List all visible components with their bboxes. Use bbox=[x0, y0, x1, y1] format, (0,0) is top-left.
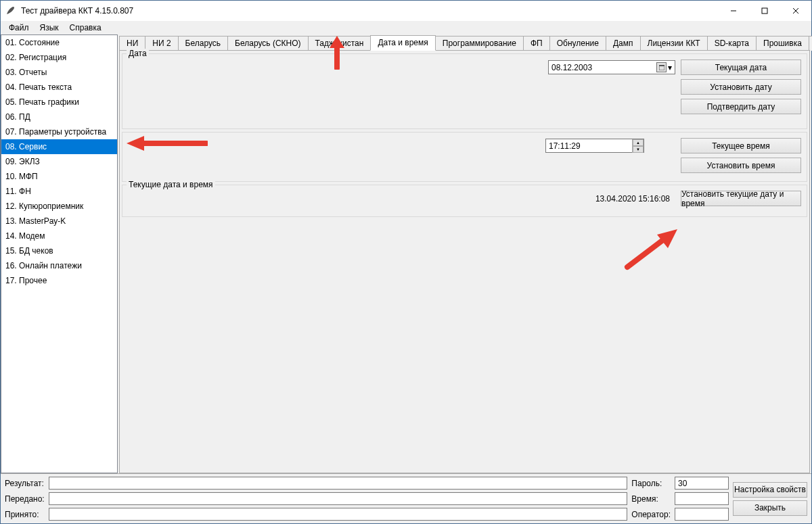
sidebar-item-10[interactable]: 11. ФН bbox=[1, 184, 117, 199]
sidebar-item-2[interactable]: 03. Отчеты bbox=[1, 65, 117, 80]
tab-11[interactable]: SD-карта bbox=[707, 36, 757, 51]
sidebar-item-13[interactable]: 14. Модем bbox=[1, 229, 117, 243]
set-date-button[interactable]: Установить дату bbox=[681, 79, 801, 95]
main-area: 01. Состояние02. Регистрация03. Отчеты04… bbox=[1, 34, 811, 473]
sidebar-item-16[interactable]: 17. Прочее bbox=[1, 273, 117, 288]
svg-rect-7 bbox=[659, 65, 664, 66]
sidebar-item-1[interactable]: 02. Регистрация bbox=[1, 50, 117, 65]
time-field[interactable] bbox=[675, 492, 729, 505]
tab-7[interactable]: ФП bbox=[523, 36, 550, 51]
menubar: Файл Язык Справка bbox=[1, 21, 811, 34]
current-datetime-value: 13.04.2020 15:16:08 bbox=[595, 194, 670, 204]
group-date-legend: Дата bbox=[127, 49, 149, 58]
time-label: Время: bbox=[631, 494, 671, 504]
minimize-button[interactable] bbox=[718, 1, 749, 21]
bottom-panel: Результат: Пароль: Настройка свойств Зак… bbox=[1, 473, 811, 523]
sidebar-item-14[interactable]: 15. БД чеков bbox=[1, 243, 117, 258]
tab-13[interactable]: Авторизация bbox=[809, 36, 812, 51]
sent-label: Передано: bbox=[5, 494, 45, 504]
calendar-dropdown-icon[interactable] bbox=[656, 62, 667, 72]
tab-10[interactable]: Лицензии ККТ bbox=[640, 36, 708, 51]
close-app-button[interactable]: Закрыть bbox=[733, 500, 807, 516]
tab-8[interactable]: Обнуление bbox=[549, 36, 606, 51]
sidebar-item-3[interactable]: 04. Печать текста bbox=[1, 80, 117, 95]
group-date: Дата 08.12.2003 ▾ Текущая дата Установит… bbox=[122, 53, 807, 129]
tab-3[interactable]: Беларусь (СКНО) bbox=[227, 36, 308, 51]
tab-6[interactable]: Программирование bbox=[435, 36, 524, 51]
svg-point-0 bbox=[13, 7, 14, 8]
confirm-date-button[interactable]: Подтвердить дату bbox=[681, 99, 801, 114]
operator-field[interactable] bbox=[675, 508, 729, 521]
content-area: НИНИ 2БеларусьБеларусь (СКНО)Таджикистан… bbox=[118, 34, 811, 473]
tab-12[interactable]: Прошивка bbox=[756, 36, 809, 51]
app-window: Тест драйвера ККТ 4.15.0.807 Файл Язык С… bbox=[0, 0, 812, 524]
sidebar-item-5[interactable]: 06. ПД bbox=[1, 110, 117, 124]
titlebar: Тест драйвера ККТ 4.15.0.807 bbox=[1, 1, 811, 21]
window-title: Тест драйвера ККТ 4.15.0.807 bbox=[21, 6, 718, 16]
tab-4[interactable]: Таджикистан bbox=[308, 36, 371, 51]
arrow-to-button bbox=[621, 225, 681, 272]
sidebar-item-4[interactable]: 05. Печать графики bbox=[1, 95, 117, 110]
result-field[interactable] bbox=[49, 477, 628, 490]
time-input[interactable]: 17:11:29 ▲▼ bbox=[545, 139, 644, 153]
sidebar-item-11[interactable]: 12. Купюроприемник bbox=[1, 199, 117, 214]
current-date-button[interactable]: Текущая дата bbox=[681, 59, 801, 75]
sidebar-item-8[interactable]: 09. ЭКЛЗ bbox=[1, 154, 117, 169]
result-label: Результат: bbox=[5, 479, 45, 488]
group-current-legend: Текущие дата и время bbox=[127, 180, 215, 189]
password-field[interactable] bbox=[675, 477, 729, 490]
password-label: Пароль: bbox=[631, 479, 671, 488]
menu-file[interactable]: Файл bbox=[5, 22, 33, 33]
sent-field[interactable] bbox=[49, 492, 628, 505]
sidebar-item-7[interactable]: 08. Сервис bbox=[1, 139, 117, 154]
operator-label: Оператор: bbox=[631, 510, 671, 519]
group-time: 17:11:29 ▲▼ Текущее время Установить вре… bbox=[122, 132, 807, 182]
current-time-button[interactable]: Текущее время bbox=[681, 138, 801, 153]
sidebar-item-6[interactable]: 07. Параметры устройства bbox=[1, 124, 117, 139]
svg-point-1 bbox=[7, 12, 9, 14]
time-spinner[interactable]: ▲▼ bbox=[632, 139, 644, 153]
set-time-button[interactable]: Установить время bbox=[681, 158, 801, 173]
date-input[interactable]: 08.12.2003 ▾ bbox=[548, 60, 675, 74]
recv-label: Принято: bbox=[5, 510, 45, 519]
recv-field[interactable] bbox=[49, 508, 628, 521]
sidebar-item-9[interactable]: 10. МФП bbox=[1, 169, 117, 184]
menu-help[interactable]: Справка bbox=[66, 22, 106, 33]
tabs: НИНИ 2БеларусьБеларусь (СКНО)Таджикистан… bbox=[119, 36, 810, 50]
chevron-down-icon[interactable]: ▾ bbox=[668, 63, 672, 72]
app-icon bbox=[5, 5, 17, 17]
tab-5[interactable]: Дата и время bbox=[370, 35, 435, 51]
tab-9[interactable]: Дамп bbox=[606, 36, 641, 51]
set-current-datetime-button[interactable]: Установить текущие дату и время bbox=[681, 191, 801, 206]
sidebar-item-0[interactable]: 01. Состояние bbox=[1, 35, 117, 50]
sidebar-item-15[interactable]: 16. Онлайн платежи bbox=[1, 258, 117, 273]
sidebar-item-12[interactable]: 13. MasterPay-K bbox=[1, 214, 117, 229]
group-current: Текущие дата и время 13.04.2020 15:16:08… bbox=[122, 185, 807, 217]
menu-language[interactable]: Язык bbox=[36, 22, 63, 33]
maximize-button[interactable] bbox=[749, 1, 780, 21]
sidebar: 01. Состояние02. Регистрация03. Отчеты04… bbox=[1, 34, 118, 473]
properties-button[interactable]: Настройка свойств bbox=[733, 482, 807, 498]
tab-1[interactable]: НИ 2 bbox=[145, 36, 178, 51]
svg-rect-3 bbox=[762, 8, 767, 14]
close-button[interactable] bbox=[780, 1, 811, 21]
tab-body: Дата 08.12.2003 ▾ Текущая дата Установит… bbox=[119, 50, 810, 473]
tab-2[interactable]: Беларусь bbox=[178, 36, 228, 51]
